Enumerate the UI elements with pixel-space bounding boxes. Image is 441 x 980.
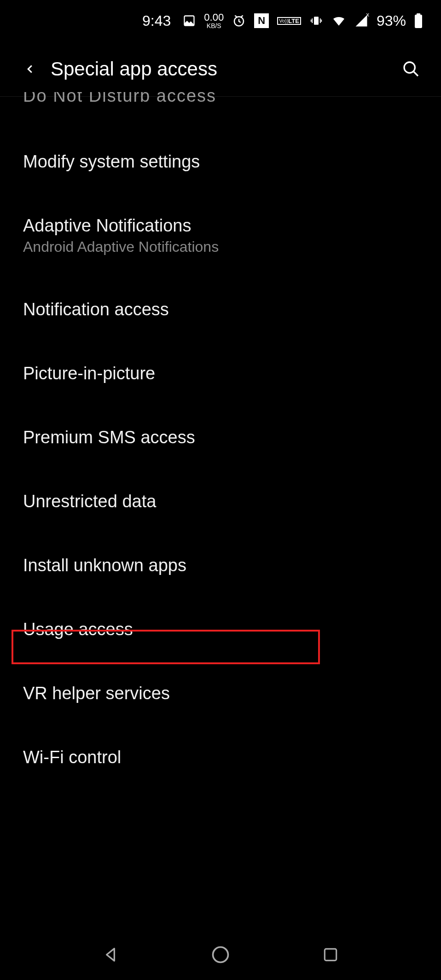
list-item-install-unknown[interactable]: Install unknown apps bbox=[0, 533, 441, 597]
back-button[interactable] bbox=[18, 58, 41, 81]
nav-recents-button[interactable] bbox=[317, 941, 344, 968]
item-subtitle: Android Adaptive Notifications bbox=[23, 238, 418, 255]
alarm-icon bbox=[232, 14, 246, 28]
item-title: Wi-Fi control bbox=[23, 748, 418, 767]
item-title: Premium SMS access bbox=[23, 428, 418, 447]
svg-rect-7 bbox=[325, 949, 337, 960]
list-item-vr-helper[interactable]: VR helper services bbox=[0, 661, 441, 725]
volte-icon: Vo)) LTE bbox=[277, 17, 301, 25]
cellular-signal-icon: x bbox=[354, 14, 368, 28]
item-title: VR helper services bbox=[23, 684, 418, 703]
list-item-unrestricted-data[interactable]: Unrestricted data bbox=[0, 470, 441, 533]
list-item-premium-sms[interactable]: Premium SMS access bbox=[0, 406, 441, 470]
app-header: Special app access bbox=[0, 41, 441, 97]
svg-rect-4 bbox=[417, 13, 420, 15]
item-title: Notification access bbox=[23, 300, 418, 319]
svg-point-6 bbox=[213, 947, 228, 963]
svg-point-5 bbox=[404, 62, 415, 73]
item-title: Adaptive Notifications bbox=[23, 216, 418, 236]
svg-rect-3 bbox=[415, 15, 422, 28]
item-title: Unrestricted data bbox=[23, 492, 418, 511]
page-title: Special app access bbox=[51, 58, 400, 80]
status-bar: 9:43 0.00 KB/S N Vo)) LTE x 93% bbox=[0, 0, 441, 41]
nav-back-button[interactable] bbox=[97, 941, 124, 968]
item-title: Install unknown apps bbox=[23, 556, 418, 575]
list-item-notification-access[interactable]: Notification access bbox=[0, 278, 441, 342]
item-title: Usage access bbox=[23, 620, 418, 639]
search-button[interactable] bbox=[400, 58, 423, 81]
status-time: 9:43 bbox=[142, 12, 171, 29]
navigation-bar bbox=[0, 929, 441, 980]
list-item-adaptive-notifications[interactable]: Adaptive Notifications Android Adaptive … bbox=[0, 194, 441, 278]
battery-icon bbox=[414, 13, 423, 28]
battery-percentage: 93% bbox=[377, 12, 406, 29]
image-icon bbox=[183, 14, 196, 27]
item-title: Picture-in-picture bbox=[23, 364, 418, 383]
list-item-usage-access[interactable]: Usage access bbox=[0, 597, 441, 661]
wifi-icon bbox=[331, 13, 346, 28]
vibrate-icon bbox=[309, 14, 323, 28]
settings-list: Do Not Disturb access Modify system sett… bbox=[0, 92, 441, 789]
nav-home-button[interactable] bbox=[207, 941, 234, 968]
list-item-wifi-control[interactable]: Wi-Fi control bbox=[0, 725, 441, 789]
list-item-picture-in-picture[interactable]: Picture-in-picture bbox=[0, 342, 441, 406]
svg-rect-2 bbox=[314, 17, 319, 25]
network-speed: 0.00 KB/S bbox=[204, 12, 224, 29]
list-item-dnd-partial[interactable]: Do Not Disturb access bbox=[0, 92, 441, 120]
item-title: Modify system settings bbox=[23, 152, 418, 172]
list-item-modify-system[interactable]: Modify system settings bbox=[0, 120, 441, 194]
item-title-partial: Do Not Disturb access bbox=[23, 92, 418, 106]
nfc-icon: N bbox=[254, 13, 269, 28]
